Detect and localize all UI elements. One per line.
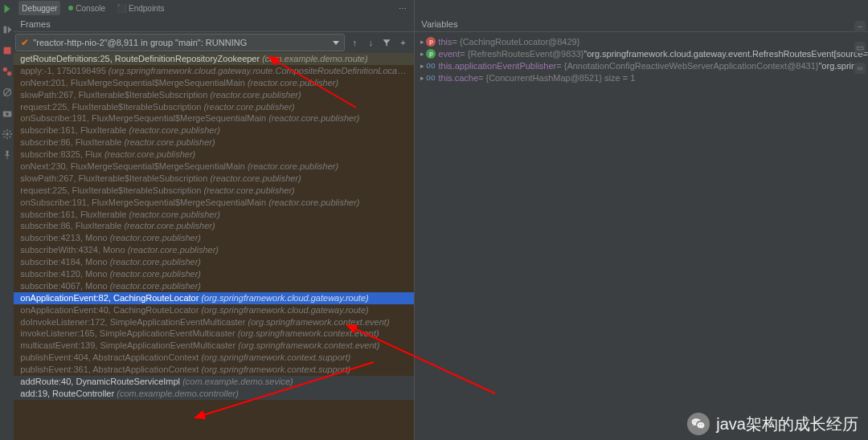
stack-frame[interactable]: onSubscribe:191, FluxMergeSequential$Mer… (14, 197, 414, 209)
stack-frame[interactable]: getRouteDefinitions:25, RouteDefinitionR… (14, 53, 414, 65)
add-icon[interactable]: + (396, 36, 409, 49)
frame-package: (com.example.demo.route) (262, 54, 367, 63)
expand-icon[interactable]: ▸ (418, 62, 426, 70)
var-name: this.cache (438, 73, 478, 83)
stack-frame[interactable]: subscribe:161, FluxIterable (reactor.cor… (14, 209, 414, 221)
variables-pane: Variables ▸pthis = {CachingRouteLocator@… (414, 0, 868, 440)
frame-text: subscribe:4120, Mono (20, 269, 109, 279)
stack-frame[interactable]: multicastEvent:139, SimpleApplicationEve… (14, 340, 414, 352)
stack-frame[interactable]: subscribeWith:4324, Mono (reactor.core.p… (14, 244, 414, 256)
stack-frame[interactable]: add:19, RouteController (com.example.dem… (14, 388, 414, 400)
var-extra: "org.springframework.cloud.gateway.event… (583, 49, 868, 59)
stack-frame[interactable]: slowPath:267, FluxIterable$IterableSubsc… (14, 173, 414, 185)
frame-text: subscribe:161, FluxIterable (20, 125, 129, 135)
frame-package: (reactor.core.publisher) (203, 185, 294, 195)
frame-package: (org.springframework.context.support) (201, 365, 350, 374)
stack-frame[interactable]: publishEvent:361, AbstractApplicationCon… (14, 364, 414, 376)
stack-frame[interactable]: apply:-1, 1750198495 (org.springframewor… (14, 65, 414, 77)
frame-package: (org.springframework.cloud.gateway.route… (108, 66, 415, 75)
stack-frame[interactable]: request:225, FluxIterable$IterableSubscr… (14, 185, 414, 197)
frame-text: multicastEvent:139, SimpleApplicationEve… (20, 340, 238, 350)
frame-package: (reactor.core.publisher) (110, 257, 201, 267)
frame-text: slowPath:267, FluxIterable$IterableSubsc… (20, 90, 210, 100)
frame-text: doInvokeListener:172, SimpleApplicationE… (20, 317, 248, 327)
stack-frame[interactable]: subscribe:86, FluxIterable (reactor.core… (14, 136, 414, 149)
stack-frame[interactable]: subscribe:86, FluxIterable (reactor.core… (14, 220, 414, 232)
variable-row[interactable]: ▸pevent = {RefreshRoutesEvent@9833} "org… (415, 47, 868, 59)
frame-text: publishEvent:404, AbstractApplicationCon… (20, 352, 201, 362)
stack-frame[interactable]: onNext:201, FluxMergeSequential$MergeSeq… (14, 77, 414, 89)
stack-frame[interactable]: onNext:230, FluxMergeSequential$MergeSeq… (14, 161, 414, 173)
frame-package: (reactor.core.publisher) (128, 245, 219, 255)
layout-icon[interactable]: ▭ (854, 42, 866, 53)
status-dot-icon (68, 6, 73, 10)
tab-console[interactable]: Console (65, 1, 108, 15)
watch-icon: oo (426, 61, 435, 70)
svg-point-7 (6, 112, 9, 116)
expand-icon[interactable]: ▸ (418, 74, 426, 82)
stack-frame[interactable]: publishEvent:404, AbstractApplicationCon… (14, 352, 414, 364)
stack-frame[interactable]: onApplicationEvent:82, CachingRouteLocat… (14, 292, 414, 304)
frame-package: (org.springframework.context.support) (201, 352, 350, 362)
var-name: this (438, 37, 452, 47)
frame-text: invokeListener:165, SimpleApplicationEve… (20, 328, 237, 338)
pin-icon[interactable] (2, 149, 13, 161)
frame-package: (reactor.core.publisher) (248, 161, 338, 171)
expand-icon[interactable]: ▸ (418, 38, 426, 46)
stack-frame[interactable]: subscribe:4067, Mono (reactor.core.publi… (14, 280, 414, 292)
more-icon[interactable]: ⋯ (396, 2, 409, 14)
tab-debugger-label: Debugger (22, 4, 57, 13)
settings-icon[interactable] (2, 128, 13, 140)
stack-frame[interactable]: onApplicationEvent:40, CachingRouteLocat… (14, 304, 414, 316)
param-icon: p (426, 49, 436, 59)
variable-row[interactable]: ▸oothis.applicationEventPublisher = {Ann… (415, 59, 868, 71)
next-frame-icon[interactable]: ↓ (364, 36, 377, 49)
stack-frame[interactable]: onSubscribe:191, FluxMergeSequential$Mer… (14, 112, 414, 124)
frame-package: (org.springframework.context.event) (238, 328, 379, 338)
frame-package: (reactor.core.publisher) (248, 78, 338, 88)
left-gutter (0, 0, 14, 440)
stack-frame[interactable]: subscribe:161, FluxIterable (reactor.cor… (14, 124, 414, 136)
stack-frame[interactable]: addRoute:40, DynamicRouteServiceImpl (co… (14, 376, 414, 388)
thread-selector[interactable]: ✔ "reactor-http-nio-2"@8,911 in group "m… (15, 34, 345, 51)
collapse-icon[interactable]: − (854, 21, 866, 32)
stack-frame[interactable]: subscribe:4184, Mono (reactor.core.publi… (14, 256, 414, 268)
var-value: = {AnnotationConfigReactiveWebServerAppl… (556, 61, 818, 71)
prev-frame-icon[interactable]: ↑ (348, 36, 361, 49)
frame-package: (reactor.core.publisher) (124, 221, 215, 230)
infinity-icon[interactable]: ∞ (854, 63, 866, 74)
variables-tree[interactable]: ▸pthis = {CachingRouteLocator@8429}▸peve… (415, 32, 868, 440)
stop-icon[interactable] (2, 45, 13, 56)
frame-text: subscribeWith:4324, Mono (20, 245, 127, 255)
stack-frame[interactable]: subscribe:4213, Mono (reactor.core.publi… (14, 232, 414, 244)
stack-frame[interactable]: subscribe:4120, Mono (reactor.core.publi… (14, 268, 414, 280)
variables-header: Variables (415, 16, 868, 32)
stack-frames-list[interactable]: getRouteDefinitions:25, RouteDefinitionR… (14, 53, 414, 440)
frame-text: subscribe:161, FluxIterable (20, 210, 129, 219)
frame-text: onSubscribe:191, FluxMergeSequential$Mer… (20, 198, 268, 207)
stack-frame[interactable]: slowPath:267, FluxIterable$IterableSubsc… (14, 89, 414, 101)
frame-text: onApplicationEvent:82, CachingRouteLocat… (20, 293, 201, 303)
stack-frame[interactable]: request:225, FluxIterable$IterableSubscr… (14, 101, 414, 113)
stack-frame[interactable]: invokeListener:165, SimpleApplicationEve… (14, 328, 414, 340)
frame-text: subscribe:86, FluxIterable (20, 137, 124, 147)
stack-frame[interactable]: doInvokeListener:172, SimpleApplicationE… (14, 316, 414, 328)
variable-row[interactable]: ▸pthis = {CachingRouteLocator@8429} (415, 35, 868, 47)
variable-row[interactable]: ▸oothis.cache = {ConcurrentHashMap@8521}… (415, 71, 868, 84)
tab-endpoints-label: Endpoints (129, 4, 164, 13)
resume-icon[interactable] (2, 24, 13, 35)
filter-icon[interactable] (380, 36, 393, 49)
tab-endpoints[interactable]: ⬛Endpoints (113, 1, 167, 15)
expand-icon[interactable]: ▸ (418, 50, 426, 58)
frame-text: subscribe:86, FluxIterable (20, 221, 124, 230)
tab-debugger[interactable]: Debugger (18, 1, 60, 15)
var-name: event (438, 49, 460, 59)
stack-frame[interactable]: subscribe:8325, Flux (reactor.core.publi… (14, 149, 414, 161)
thread-row: ✔ "reactor-http-nio-2"@8,911 in group "m… (14, 32, 414, 53)
rerun-icon[interactable] (2, 3, 13, 14)
camera-icon[interactable] (2, 108, 13, 119)
svg-point-2 (2, 67, 6, 71)
frame-package: (reactor.core.publisher) (104, 149, 195, 159)
view-breakpoints-icon[interactable] (2, 66, 13, 77)
mute-icon[interactable] (2, 87, 13, 98)
